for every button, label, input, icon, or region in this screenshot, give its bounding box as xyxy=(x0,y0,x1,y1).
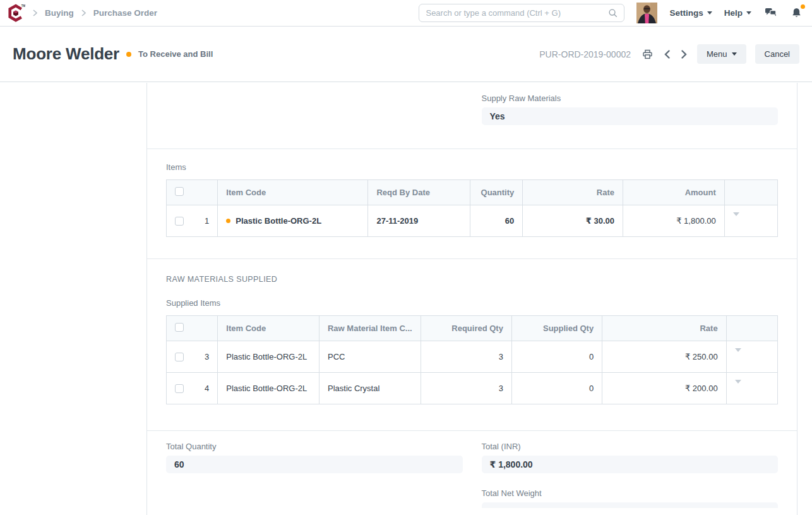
raw-material-cell[interactable]: Plastic Crystal xyxy=(319,373,421,404)
item-code-cell[interactable]: Plastic Bottle-ORG-2L xyxy=(218,205,368,237)
page-head: Moore Welder To Receive and Bill PUR-ORD… xyxy=(0,27,812,82)
item-code-text: Plastic Bottle-ORG-2L xyxy=(236,216,321,226)
amount-cell: ₹ 1,800.00 xyxy=(623,205,725,237)
section-supply-raw-materials: Supply Raw Materials Yes xyxy=(147,83,797,149)
row-checkbox[interactable] xyxy=(175,384,184,393)
menu-button[interactable]: Menu xyxy=(697,44,746,64)
raw-material-cell[interactable]: PCC xyxy=(319,341,421,373)
chevron-down-icon xyxy=(732,52,737,56)
total-net-weight-value xyxy=(482,502,779,508)
breadcrumb-item-purchase-order[interactable]: Purchase Order xyxy=(93,8,157,18)
row-index: 1 xyxy=(205,216,209,226)
rate-cell[interactable]: ₹ 200.00 xyxy=(602,373,727,404)
status-indicator-dot xyxy=(126,52,131,57)
row-index: 3 xyxy=(205,352,209,361)
supplied-items-table: Item Code Raw Material Item C... Require… xyxy=(166,315,778,404)
items-col-reqd-by-date: Reqd By Date xyxy=(368,180,470,205)
top-navbar: TM Buying Purchase Order xyxy=(0,0,812,27)
items-table-header-row: Item Code Reqd By Date Quantity Rate Amo… xyxy=(167,180,778,205)
item-code-cell[interactable]: Plastic Bottle-ORG-2L xyxy=(218,341,319,373)
required-qty-cell[interactable]: 3 xyxy=(421,341,511,373)
breadcrumb-item-buying[interactable]: Buying xyxy=(45,8,74,18)
chevron-down-icon xyxy=(746,11,751,15)
chevron-down-icon xyxy=(707,11,712,15)
items-table-row: 1 Plastic Bottle-ORG-2L 27-11-2019 60 ₹ … xyxy=(167,205,778,237)
global-search xyxy=(419,4,624,22)
next-doc-button[interactable] xyxy=(680,49,688,60)
cancel-button-label: Cancel xyxy=(765,49,790,59)
items-col-item-code: Item Code xyxy=(218,180,368,205)
raw-materials-supplied-heading: RAW MATERIALS SUPPLIED xyxy=(166,275,778,284)
select-all-checkbox[interactable] xyxy=(175,187,184,196)
row-expand-cell[interactable] xyxy=(726,373,777,404)
supplied-col-supplied-qty: Supplied Qty xyxy=(511,316,602,341)
row-expand-caret-icon xyxy=(733,212,739,226)
settings-label: Settings xyxy=(669,8,703,18)
rate-cell[interactable]: ₹ 30.00 xyxy=(523,205,623,237)
supply-raw-materials-value: Yes xyxy=(482,107,779,125)
row-expand-cell[interactable] xyxy=(724,205,777,237)
required-qty-cell[interactable]: 3 xyxy=(421,373,511,404)
total-inr-value: ₹ 1,800.00 xyxy=(482,456,779,473)
form-container: Supply Raw Materials Yes Items Item Code… xyxy=(146,83,797,515)
breadcrumb-chevron-icon xyxy=(33,9,37,16)
app-logo-icon[interactable]: TM xyxy=(6,4,25,23)
chat-icon[interactable] xyxy=(763,6,778,20)
settings-dropdown[interactable]: Settings xyxy=(669,8,712,18)
total-net-weight-label: Total Net Weight xyxy=(482,488,779,498)
rate-cell[interactable]: ₹ 250.00 xyxy=(602,341,727,373)
section-items: Items Item Code Reqd By Date Quantity Ra… xyxy=(147,149,797,259)
items-col-amount: Amount xyxy=(623,180,725,205)
user-avatar[interactable] xyxy=(636,3,657,23)
status-text: To Receive and Bill xyxy=(138,49,213,59)
help-dropdown[interactable]: Help xyxy=(724,8,751,18)
doc-id: PUR-ORD-2019-00002 xyxy=(539,49,631,59)
supplied-qty-cell[interactable]: 0 xyxy=(511,373,602,404)
svg-text:TM: TM xyxy=(21,4,25,8)
row-checkbox[interactable] xyxy=(175,353,184,361)
search-input[interactable] xyxy=(426,8,608,18)
section-raw-materials-supplied: RAW MATERIALS SUPPLIED Supplied Items It… xyxy=(147,259,797,431)
item-code-cell[interactable]: Plastic Bottle-ORG-2L xyxy=(218,373,319,404)
print-icon[interactable] xyxy=(641,48,654,61)
items-col-quantity: Quantity xyxy=(470,180,523,205)
notification-dot xyxy=(801,4,805,9)
total-quantity-value: 60 xyxy=(166,456,463,473)
cancel-button[interactable]: Cancel xyxy=(755,44,799,64)
row-expand-caret-icon xyxy=(735,380,741,393)
search-icon xyxy=(608,8,618,18)
breadcrumb: TM Buying Purchase Order xyxy=(6,4,157,23)
supply-raw-materials-label: Supply Raw Materials xyxy=(482,94,779,103)
select-all-checkbox[interactable] xyxy=(175,323,184,332)
item-status-dot-icon xyxy=(226,219,230,223)
help-label: Help xyxy=(724,8,743,18)
empty-column xyxy=(166,94,463,148)
supplied-items-row: 4 Plastic Bottle-ORG-2L Plastic Crystal … xyxy=(167,373,778,404)
supplied-qty-cell[interactable]: 0 xyxy=(511,341,602,373)
supplied-items-header-row: Item Code Raw Material Item C... Require… xyxy=(167,316,778,341)
menu-button-label: Menu xyxy=(707,49,727,59)
page-title: Moore Welder xyxy=(13,44,119,64)
section-totals: Total Quantity 60 Total (INR) ₹ 1,800.00… xyxy=(147,431,797,515)
reqd-by-date-cell[interactable]: 27-11-2019 xyxy=(368,205,470,237)
total-inr-label: Total (INR) xyxy=(482,442,779,451)
items-col-rate: Rate xyxy=(523,180,623,205)
supplied-col-raw-material: Raw Material Item C... xyxy=(319,316,421,341)
supplied-col-item-code: Item Code xyxy=(218,316,319,341)
breadcrumb-chevron-icon xyxy=(81,9,86,16)
row-expand-cell[interactable] xyxy=(726,341,777,373)
row-checkbox[interactable] xyxy=(175,217,184,226)
row-index: 4 xyxy=(205,384,209,393)
supplied-items-row: 3 Plastic Bottle-ORG-2L PCC 3 0 ₹ 250.00 xyxy=(167,341,778,373)
row-expand-caret-icon xyxy=(735,348,741,361)
quantity-cell[interactable]: 60 xyxy=(470,205,523,237)
supplied-col-required-qty: Required Qty xyxy=(421,316,511,341)
notifications-bell-icon[interactable] xyxy=(790,6,803,20)
items-table: Item Code Reqd By Date Quantity Rate Amo… xyxy=(166,179,778,237)
supplied-col-rate: Rate xyxy=(602,316,727,341)
total-quantity-label: Total Quantity xyxy=(166,442,463,451)
prev-doc-button[interactable] xyxy=(663,49,671,60)
items-grid-label: Items xyxy=(166,162,778,172)
supplied-items-grid-label: Supplied Items xyxy=(166,298,778,308)
